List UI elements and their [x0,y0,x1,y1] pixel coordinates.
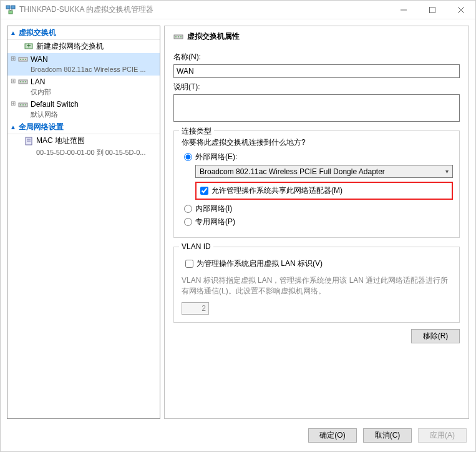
checkbox-share-adapter-input[interactable] [200,187,208,195]
tree-label: Default Switch [31,99,79,110]
radio-private-label: 专用网络(P) [195,217,235,227]
titlebar: THINKPAD-SUKKA 的虚拟交换机管理器 [1,1,475,19]
svg-rect-1 [11,6,15,9]
ok-button[interactable]: 确定(O) [308,428,357,443]
properties-title: 虚拟交换机属性 [187,31,240,42]
radio-external-input[interactable] [184,153,192,161]
svg-point-20 [20,104,21,106]
vlan-legend: VLAN ID [179,242,213,251]
description-input[interactable] [173,94,460,122]
connection-type-legend: 连接类型 [179,126,214,137]
switch-properties-icon [173,32,183,42]
name-input[interactable] [173,64,460,78]
adapter-selected: Broadcom 802.11ac Wireless PCIE Full Don… [196,167,441,176]
svg-point-16 [20,81,21,82]
connection-type-group: 连接类型 你要将此虚拟交换机连接到什么地方? 外部网络(E): Broadcom… [173,130,460,238]
minimize-button[interactable] [389,1,418,19]
switch-icon [18,77,28,87]
svg-point-21 [22,104,24,106]
section-virtual-switches[interactable]: ▲ 虚拟交换机 [7,26,160,40]
radio-internal-input[interactable] [184,205,192,213]
svg-rect-0 [6,6,10,9]
expand-icon[interactable]: ⊞ [10,77,16,86]
remove-button[interactable]: 移除(R) [411,329,460,343]
cancel-button[interactable]: 取消(C) [363,428,412,443]
tree-label: MAC 地址范围 [36,135,85,146]
checkbox-share-adapter-label: 允许管理操作系统共享此网络适配器(M) [211,185,342,196]
properties-header: 虚拟交换机属性 [173,31,460,42]
tree-label: WAN [31,54,48,65]
description-label: 说明(T): [173,82,460,92]
dialog-body: ▲ 虚拟交换机 + 新建虚拟网络交换机 ⊞ [1,19,475,425]
vlan-description: VLAN 标识符指定虚拟 LAN，管理操作系统使用该 LAN 通过此网络适配器进… [182,275,453,297]
tree-item-lan[interactable]: ⊞ LAN 仅内部 [7,76,160,98]
radio-private[interactable]: 专用网络(P) [184,217,453,227]
svg-point-29 [180,36,182,37]
collapse-icon: ▲ [10,29,16,36]
name-label: 名称(N): [173,52,460,62]
app-icon [6,5,16,15]
svg-point-17 [22,81,24,82]
dialog-footer: 确定(O) 取消(C) 应用(A) [1,425,475,451]
tree-item-mac-range[interactable]: MAC 地址范围 00-15-5D-00-01-00 到 00-15-5D-0.… [7,134,160,159]
svg-point-13 [22,59,24,60]
tree-sublabel: 默认网络 [18,110,158,119]
expand-icon[interactable]: ⊞ [10,99,16,108]
vlan-id-input [182,302,209,315]
window-controls [389,1,475,19]
window-title: THINKPAD-SUKKA 的虚拟交换机管理器 [19,4,389,15]
remove-row: 移除(R) [173,329,460,343]
vlan-group: VLAN ID 为管理操作系统启用虚拟 LAN 标识(V) VLAN 标识符指定… [173,247,460,323]
radio-internal-label: 内部网络(I) [195,204,232,214]
tree-sublabel: 仅内部 [18,87,158,97]
checkbox-share-adapter[interactable]: 允许管理操作系统共享此网络适配器(M) [195,182,453,200]
svg-point-28 [178,36,179,37]
svg-point-27 [175,36,177,37]
connection-prompt: 你要将此虚拟交换机连接到什么地方? [182,137,453,148]
expand-icon[interactable]: ⊞ [10,54,16,63]
section-global-network[interactable]: ▲ 全局网络设置 [7,120,160,134]
switch-icon [18,100,28,110]
sidebar-tree: ▲ 虚拟交换机 + 新建虚拟网络交换机 ⊞ [7,26,160,419]
adapter-dropdown[interactable]: Broadcom 802.11ac Wireless PCIE Full Don… [195,165,453,178]
checkbox-vlan-enable-input[interactable] [185,260,193,268]
new-switch-icon: + [24,41,34,51]
svg-point-14 [25,59,26,60]
radio-external[interactable]: 外部网络(E): [184,152,453,162]
chevron-down-icon: ▾ [441,168,452,175]
tree-sublabel: 00-15-5D-00-01-00 到 00-15-5D-0... [24,148,145,157]
mac-range-icon [24,136,34,146]
section-title: 虚拟交换机 [19,27,56,38]
svg-point-22 [25,104,26,106]
tree-sublabel: Broadcom 802.11ac Wireless PCIE ... [18,65,158,74]
svg-point-18 [25,81,26,82]
virtual-switch-manager-window: THINKPAD-SUKKA 的虚拟交换机管理器 ▲ 虚拟交换机 [0,0,476,452]
switch-icon [18,54,28,64]
radio-external-label: 外部网络(E): [195,152,237,162]
maximize-button[interactable] [418,1,447,19]
checkbox-vlan-enable-label: 为管理操作系统启用虚拟 LAN 标识(V) [197,258,323,269]
apply-button[interactable]: 应用(A) [418,428,467,443]
close-button[interactable] [447,1,475,19]
properties-panel: 虚拟交换机属性 名称(N): 说明(T): 连接类型 你要将此虚拟交换机连接到什… [164,26,469,419]
tree-item-new-switch[interactable]: + 新建虚拟网络交换机 [7,40,160,53]
radio-private-input[interactable] [184,218,192,226]
radio-internal[interactable]: 内部网络(I) [184,204,453,214]
section-title: 全局网络设置 [19,122,64,132]
svg-point-12 [20,59,21,60]
tree-item-default-switch[interactable]: ⊞ Default Switch 默认网络 [7,98,160,120]
checkbox-vlan-enable[interactable]: 为管理操作系统启用虚拟 LAN 标识(V) [182,256,453,272]
tree-label: LAN [31,77,45,87]
svg-rect-6 [430,7,435,12]
collapse-icon: ▲ [10,124,16,130]
tree-item-wan[interactable]: ⊞ WAN Broadcom 802.11ac Wireless PCIE ..… [7,53,160,76]
tree-label: 新建虚拟网络交换机 [36,41,104,52]
svg-text:+: + [26,41,31,50]
svg-rect-2 [9,11,12,14]
